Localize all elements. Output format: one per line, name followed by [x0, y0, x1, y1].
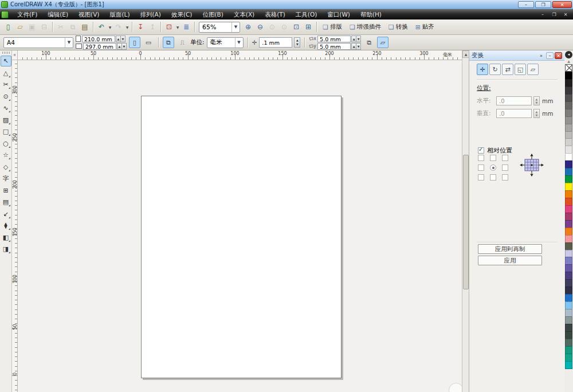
new-document-button[interactable]: ▯ [2, 21, 14, 33]
current-page-button[interactable]: ⎍ [176, 37, 188, 48]
anchor-middle-left[interactable] [478, 164, 484, 171]
zoom-to-page-width-button[interactable]: ⊞ [303, 21, 314, 33]
page-a4[interactable] [141, 96, 342, 378]
box-select-mode-button[interactable]: ⧉ [363, 37, 375, 48]
paper-height-down[interactable]: ▼ [121, 43, 127, 50]
chevron-down-icon[interactable]: ▼ [108, 25, 112, 29]
undo-button[interactable]: ↶ [96, 21, 107, 33]
shape-tool[interactable]: △ [1, 68, 11, 79]
transform-skew-button[interactable]: ▱ [527, 64, 539, 75]
apply-button[interactable]: 应用 [478, 256, 542, 265]
power-plugins-button[interactable]: ❏增强插件 [346, 21, 384, 33]
color-swatch[interactable] [565, 109, 572, 117]
menu-item[interactable]: 版面(L) [104, 9, 135, 19]
minimize-button[interactable]: – [518, 1, 534, 8]
menu-item[interactable]: 文本(X) [229, 9, 260, 19]
vertical-scrollbar[interactable]: ▲ [462, 50, 469, 392]
drawing-canvas[interactable] [18, 60, 462, 392]
treat-as-filled-button[interactable]: ▱ [377, 37, 388, 48]
color-swatch[interactable] [565, 198, 572, 206]
polygon-tool[interactable]: ☆ [1, 150, 11, 160]
zoom-in-button[interactable]: ⊕ [242, 21, 254, 33]
paper-height-field[interactable]: 297.0 mm [83, 43, 116, 50]
color-swatch[interactable] [565, 124, 572, 132]
color-swatch[interactable] [565, 235, 572, 243]
fill-tool[interactable]: ◧ [1, 232, 11, 243]
color-swatch[interactable] [565, 316, 572, 324]
convert-button[interactable]: ❏转换 [385, 21, 411, 33]
color-swatch[interactable] [565, 272, 572, 280]
ruler-origin-corner[interactable]: ※ [12, 50, 18, 60]
color-swatch[interactable] [565, 116, 572, 124]
units-combo[interactable]: 毫米 ▼ [207, 37, 244, 48]
interactive-blend-tool[interactable]: ▤ [1, 197, 11, 207]
menu-item[interactable]: 文件(F) [12, 9, 42, 19]
palette-scroll-up[interactable]: ▲ [565, 59, 572, 64]
anchor-bottom-center[interactable] [490, 174, 496, 181]
close-button[interactable]: ✕ [552, 1, 572, 8]
anchor-top-center[interactable] [490, 155, 496, 161]
welcome-screen-button[interactable]: ≣ [180, 21, 192, 33]
application-launcher-button[interactable]: ⊡ [163, 21, 175, 33]
zoom-levels-combo[interactable]: 65%▼ [199, 22, 240, 33]
menu-item[interactable]: 帮助(H) [355, 9, 387, 19]
color-swatch[interactable] [565, 146, 572, 154]
color-swatch[interactable] [565, 301, 572, 309]
palette-flyout-button[interactable]: ◂ [565, 51, 572, 58]
color-swatch[interactable] [565, 279, 572, 287]
color-swatch[interactable] [565, 183, 572, 191]
menu-item[interactable]: 窗口(W) [322, 9, 355, 19]
menu-item[interactable]: 表格(T) [260, 9, 291, 19]
paper-width-field[interactable]: 210.0 mm [82, 36, 115, 42]
color-swatch[interactable] [565, 160, 572, 168]
menu-item[interactable]: 视图(V) [73, 9, 104, 19]
color-swatch[interactable] [565, 138, 572, 146]
color-swatch[interactable] [565, 175, 572, 183]
color-swatch[interactable] [565, 264, 572, 272]
text-tool[interactable]: 字 [1, 173, 11, 184]
anchor-top-right[interactable] [502, 155, 508, 161]
toolbox-drag-handle[interactable] [2, 52, 10, 54]
vertical-ruler[interactable]: 300250200150100500 [12, 60, 18, 392]
pick-tool[interactable]: ↖ [1, 56, 11, 66]
color-swatch[interactable] [565, 101, 572, 109]
horizontal-spinner[interactable]: ▲▼ [533, 96, 540, 105]
color-swatch[interactable] [565, 346, 572, 354]
color-swatch[interactable] [565, 228, 572, 236]
color-swatch[interactable] [565, 339, 572, 347]
horizontal-field[interactable]: .0 [496, 96, 532, 105]
color-swatch[interactable] [565, 309, 572, 317]
zoom-tool[interactable]: ⊙ [1, 91, 11, 102]
outline-pen-tool[interactable]: ⧫ [1, 220, 11, 231]
open-document-button[interactable]: ▱ [14, 21, 26, 33]
apply-to-duplicate-button[interactable]: 应用到再制 [478, 244, 542, 254]
eyedropper-tool[interactable]: ↙ [1, 209, 11, 219]
color-swatch[interactable] [565, 257, 572, 265]
menu-item[interactable]: 编辑(E) [42, 9, 73, 19]
transform-rotate-button[interactable]: ↻ [489, 64, 501, 75]
relative-position-checkbox[interactable] [478, 147, 484, 154]
duplicate-x-field[interactable]: 5.0 mm [317, 36, 351, 42]
color-swatch[interactable] [565, 190, 572, 198]
all-pages-button[interactable]: ⧉ [163, 37, 174, 48]
duplicate-y-field[interactable]: 5.0 mm [317, 43, 351, 50]
anchor-center[interactable] [490, 164, 496, 171]
color-swatch[interactable] [565, 294, 572, 302]
paper-size-combo[interactable]: A4 ▼ [3, 37, 73, 48]
paste-button[interactable]: ▤ [79, 21, 91, 33]
color-swatch[interactable] [565, 79, 572, 87]
anchor-middle-right[interactable] [502, 164, 508, 171]
landscape-button[interactable]: ▭ [143, 37, 154, 48]
transform-scale-mirror-button[interactable]: ⇄ [502, 64, 513, 75]
document-minimize-button[interactable]: – [539, 12, 547, 17]
imposition-button[interactable]: ❏排版 [319, 21, 346, 33]
color-swatch[interactable] [565, 242, 572, 250]
color-swatch[interactable] [565, 324, 572, 332]
anchor-bottom-left[interactable] [478, 174, 484, 181]
menu-item[interactable]: 排列(A) [135, 9, 166, 19]
no-color-swatch[interactable] [565, 64, 572, 72]
freehand-tool[interactable]: ∿ [1, 103, 11, 113]
chevron-down-icon[interactable]: ▼ [175, 25, 180, 29]
anchor-top-left[interactable] [478, 155, 484, 161]
color-swatch[interactable] [565, 131, 572, 139]
